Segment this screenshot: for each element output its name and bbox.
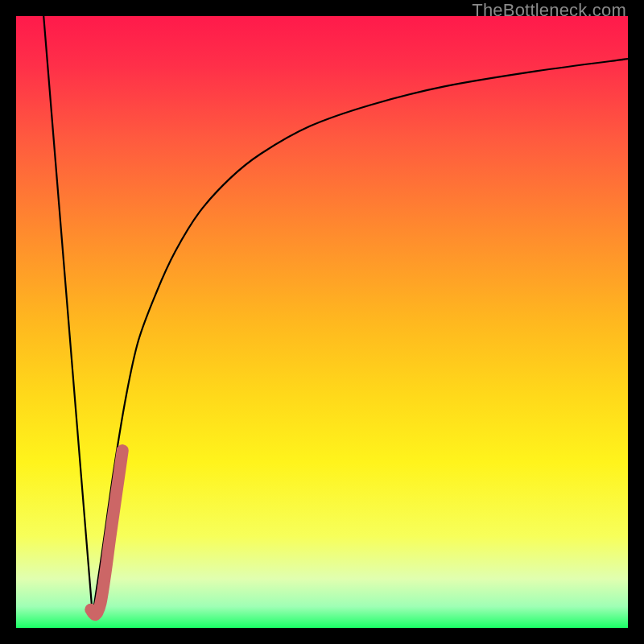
watermark-text: TheBottleneck.com: [472, 0, 626, 21]
chart-frame: TheBottleneck.com: [0, 0, 644, 644]
bottleneck-chart: [16, 16, 628, 628]
